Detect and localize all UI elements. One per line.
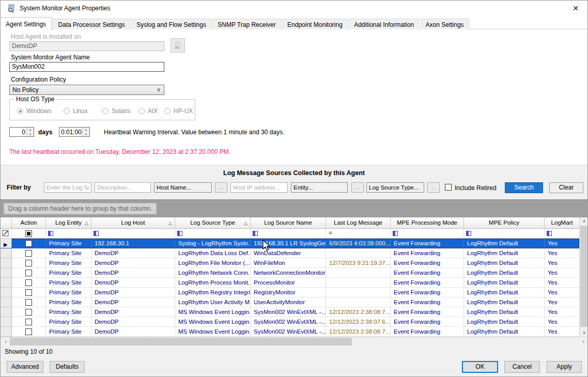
stepper-arrows-icon[interactable]: ▲▼ xyxy=(82,128,89,136)
row-checkbox[interactable] xyxy=(25,289,32,296)
host-browse-button[interactable] xyxy=(171,38,185,53)
tab-snmp-trap-receiver[interactable]: SNMP Trap Receiver xyxy=(212,19,281,30)
filter-cell-mpe-policy[interactable] xyxy=(464,229,545,239)
table-row[interactable]: Primary SiteDemoDPLogRhythm File Monitor… xyxy=(1,258,579,268)
row-selector-cell[interactable] xyxy=(1,327,12,337)
description-filter-input[interactable] xyxy=(95,182,151,193)
select-all-checkbox[interactable] xyxy=(25,230,32,237)
filter-icon[interactable] xyxy=(177,231,182,236)
tab-axon-settings[interactable]: Axon Settings xyxy=(421,19,469,30)
defaults-button[interactable]: Defaults xyxy=(50,361,85,373)
row-selector-cell[interactable]: ▶ xyxy=(1,239,12,248)
apply-button[interactable]: Apply xyxy=(547,361,582,373)
table-row[interactable]: ▶Primary Site192.168.30.1Syslog - LogRhy… xyxy=(1,239,579,248)
filter-icon[interactable] xyxy=(94,231,99,236)
filter-icon[interactable] xyxy=(48,231,53,236)
advanced-button[interactable]: Advanced xyxy=(7,361,43,373)
column-header-mpe-policy[interactable]: MPE Policy xyxy=(464,217,545,229)
table-row[interactable]: Primary SiteDemoDPLogRhythm Registry Int… xyxy=(1,288,579,297)
tab-syslog-and-flow-settings[interactable]: Syslog and Flow Settings xyxy=(131,19,211,30)
filter-cell-last-log-message[interactable]: = xyxy=(326,229,391,239)
horizontal-scrollbar[interactable]: ‹ › xyxy=(1,337,588,346)
host-name-browse-button[interactable]: ... xyxy=(215,182,227,193)
row-checkbox[interactable] xyxy=(25,240,32,247)
table-row[interactable]: Primary SiteDemoDPLogRhythm User Activit… xyxy=(1,297,579,307)
agent-name-field[interactable]: SysMon002 xyxy=(9,62,164,72)
equals-filter-icon[interactable]: = xyxy=(329,229,332,237)
clear-button[interactable]: Clear xyxy=(549,182,583,193)
filter-cell-action[interactable] xyxy=(12,229,46,239)
days-stepper[interactable]: 0 ▲▼ xyxy=(9,127,34,137)
host-name-filter-field[interactable] xyxy=(154,182,212,193)
filter-icon[interactable] xyxy=(393,231,398,236)
row-checkbox[interactable] xyxy=(25,260,32,266)
vertical-scrollbar[interactable]: ∧ ∨ xyxy=(579,217,588,337)
close-icon[interactable]: ✕ xyxy=(569,3,582,14)
column-header-log-entity[interactable]: Log Entity△ xyxy=(46,217,91,229)
table-row[interactable]: Primary SiteDemoDPMS Windows Event Loggi… xyxy=(1,327,579,337)
row-selector-cell[interactable] xyxy=(1,258,12,268)
row-checkbox[interactable] xyxy=(25,319,32,325)
column-header-log-source-type[interactable]: Log Source Type△ xyxy=(175,217,251,229)
row-selector-cell[interactable] xyxy=(1,278,12,288)
radio-windows[interactable]: Windows xyxy=(17,107,52,115)
cancel-button[interactable]: Cancel xyxy=(504,361,540,373)
row-selector-cell[interactable] xyxy=(1,268,12,278)
vertical-scrollbar-thumb[interactable] xyxy=(580,226,588,327)
row-selector-cell[interactable] xyxy=(1,248,12,258)
column-header-logmart[interactable]: LogMart xyxy=(545,217,579,229)
row-selector-cell[interactable] xyxy=(1,297,12,307)
tab-additional-information[interactable]: Additional Information xyxy=(349,19,419,30)
row-checkbox[interactable] xyxy=(25,250,32,257)
table-row[interactable]: Primary SiteDemoDPLogRhythm Data Loss De… xyxy=(1,248,579,258)
column-header-log-host[interactable]: Log Host△ xyxy=(91,217,175,229)
filter-cell-selector[interactable] xyxy=(1,229,12,239)
filter-cell-log-source-type[interactable] xyxy=(175,229,251,239)
tab-endpoint-monitoring[interactable]: Endpoint Monitoring xyxy=(282,19,348,30)
scroll-down-icon[interactable]: ∨ xyxy=(580,329,588,337)
include-retired-checkbox[interactable] xyxy=(445,184,452,191)
log-source-filter-input[interactable] xyxy=(44,182,91,193)
filter-cell-log-host[interactable] xyxy=(91,229,175,239)
radio-linux[interactable]: Linux xyxy=(64,107,88,115)
horizontal-scrollbar-thumb[interactable] xyxy=(10,338,352,345)
filter-cell-log-source-name[interactable] xyxy=(251,229,326,239)
radio-aix[interactable]: AIX xyxy=(138,107,158,115)
row-checkbox[interactable] xyxy=(25,270,32,276)
entity-filter-field[interactable] xyxy=(291,182,348,193)
row-checkbox[interactable] xyxy=(25,299,32,306)
scroll-up-icon[interactable]: ∧ xyxy=(580,217,588,225)
filter-cell-logmart[interactable] xyxy=(545,229,579,239)
filter-icon[interactable] xyxy=(547,231,552,236)
group-by-bar[interactable]: Drag a column header here to group by th… xyxy=(1,200,588,217)
interval-stepper[interactable]: 0:01:00 ▲▼ xyxy=(59,127,90,137)
stepper-arrows-icon[interactable]: ▲▼ xyxy=(26,128,34,136)
log-source-type-filter-field[interactable] xyxy=(366,182,424,193)
log-source-type-browse-button[interactable]: ... xyxy=(427,182,440,193)
row-selector-cell[interactable] xyxy=(1,317,12,327)
row-checkbox[interactable] xyxy=(25,309,32,316)
table-row[interactable]: Primary SiteDemoDPLogRhythm Network Conn… xyxy=(1,268,579,278)
search-button[interactable]: Search xyxy=(505,182,543,193)
host-ip-filter-input[interactable] xyxy=(230,182,288,193)
table-row[interactable]: Primary SiteDemoDPLogRhythm Process Moni… xyxy=(1,278,579,288)
filter-cell-log-entity[interactable] xyxy=(46,229,91,239)
table-row[interactable]: Primary SiteDemoDPMS Windows Event Loggi… xyxy=(1,317,579,327)
tab-data-processor-settings[interactable]: Data Processor Settings xyxy=(53,19,130,30)
ok-button[interactable]: OK xyxy=(462,361,498,373)
scroll-left-icon[interactable]: ‹ xyxy=(2,337,10,347)
row-checkbox[interactable] xyxy=(25,279,32,286)
radio-hpux[interactable]: HP-UX xyxy=(164,107,193,115)
filter-cell-mpe-processing-mode[interactable] xyxy=(391,229,464,239)
filter-icon[interactable] xyxy=(253,231,258,236)
row-selector-cell[interactable] xyxy=(1,307,12,317)
filter-icon[interactable] xyxy=(466,231,471,236)
column-header-mpe-processing-mode[interactable]: MPE Processing Mode xyxy=(391,217,464,229)
column-header-action[interactable]: Action xyxy=(12,217,46,229)
row-selector-cell[interactable] xyxy=(1,288,12,297)
config-policy-select[interactable]: No Policy ∨ xyxy=(9,85,164,95)
column-header-log-source-name[interactable]: Log Source Name xyxy=(251,217,326,229)
entity-browse-button[interactable]: ... xyxy=(351,182,364,193)
row-checkbox[interactable] xyxy=(25,328,32,335)
tab-agent-settings[interactable]: Agent Settings xyxy=(0,17,52,30)
